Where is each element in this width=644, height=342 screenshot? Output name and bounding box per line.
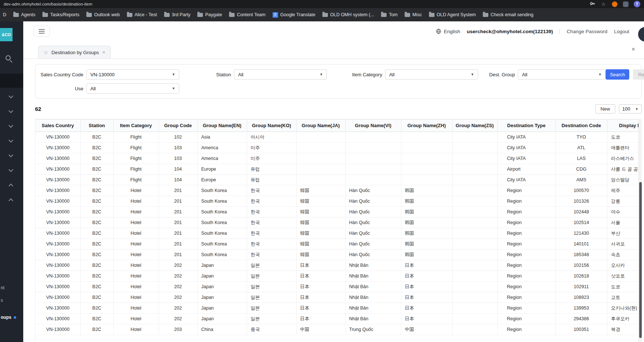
- sidebar-item-destination-groups[interactable]: oups: [1, 315, 16, 320]
- sidebar-item-label: s: [1, 298, 3, 303]
- table-cell: B2C: [80, 260, 113, 271]
- table-cell: 201: [159, 196, 197, 207]
- table-row[interactable]: VN-130000B2CFlight103America미주City IATAL…: [35, 153, 642, 164]
- chevron-down-icon[interactable]: [8, 138, 13, 143]
- table-row[interactable]: VN-130000B2CHotel201South Korea한국韓国Hàn Q…: [35, 217, 642, 228]
- scrollbar-thumb[interactable]: [639, 182, 642, 338]
- bookmark-item[interactable]: Content Team: [229, 12, 266, 17]
- table-row[interactable]: VN-130000B2CHotel201South Korea한국韓国Hàn Q…: [35, 207, 642, 217]
- chevron-down-icon[interactable]: [8, 94, 13, 98]
- select-value: All: [389, 72, 394, 77]
- table-row[interactable]: VN-130000B2CFlight103America미주City IATAA…: [35, 143, 642, 153]
- close-all-tabs-icon[interactable]: ×: [631, 46, 635, 53]
- bookmark-star-icon[interactable]: ☆: [600, 1, 606, 7]
- sidebar-item-truncated[interactable]: s: [1, 298, 3, 303]
- language-switcher[interactable]: English: [436, 28, 460, 34]
- page-size-value: 100: [622, 106, 630, 112]
- table-cell: 202: [159, 314, 197, 324]
- dest-group-select[interactable]: All ▼: [518, 69, 606, 80]
- table-cell: [452, 185, 497, 196]
- table-cell: [452, 292, 497, 303]
- search-button[interactable]: Search: [606, 69, 629, 80]
- address-bar[interactable]: dev-adm.ohmyhotel.com/basis/destination-…: [4, 2, 92, 6]
- table-cell: Region: [497, 228, 555, 239]
- bookmark-item[interactable]: Outlook web: [86, 12, 120, 17]
- table-scrollbar[interactable]: [638, 119, 642, 342]
- tab-close-icon[interactable]: ×: [102, 49, 105, 55]
- table-cell: City IATA: [497, 143, 555, 153]
- table-row[interactable]: VN-130000B2CHotel201South Korea한국韓国Hàn Q…: [35, 196, 642, 207]
- table-row[interactable]: VN-130000B2CHotel201South Korea한국韓国Hàn Q…: [35, 249, 642, 260]
- key-icon[interactable]: [589, 1, 595, 7]
- table-cell: 102448: [555, 207, 607, 217]
- bookmark-item[interactable]: D: [3, 12, 6, 17]
- item-category-select[interactable]: All ▼: [385, 69, 478, 80]
- bookmark-item[interactable]: Alice - Test: [127, 12, 157, 17]
- bookmark-item[interactable]: Tom: [381, 12, 398, 17]
- divider: [560, 29, 560, 34]
- filter-label: Item Category: [352, 72, 382, 77]
- bookmark-item[interactable]: Agents: [13, 12, 35, 17]
- bookmark-item[interactable]: OLD Agent System: [429, 12, 476, 17]
- table-cell: Flight: [113, 175, 159, 185]
- chevron-down-icon[interactable]: [8, 167, 13, 172]
- table-cell: Flight: [113, 132, 159, 143]
- station-select[interactable]: All ▼: [234, 69, 327, 80]
- table-cell: 韩国: [401, 239, 452, 249]
- use-select[interactable]: All ▼: [86, 83, 179, 94]
- table-row[interactable]: VN-130000B2CHotel202Japan일본日本Nhật Bản日本R…: [35, 282, 642, 292]
- table-cell: Region: [497, 249, 555, 260]
- table-cell: B2C: [80, 153, 113, 164]
- search-icon[interactable]: [6, 55, 11, 60]
- chevron-down-icon[interactable]: [8, 108, 13, 113]
- chevron-down-icon[interactable]: [8, 123, 13, 128]
- table-row[interactable]: VN-130000B2CHotel201South Korea한국韓国Hàn Q…: [35, 239, 642, 249]
- extension-icon[interactable]: [623, 1, 629, 7]
- table-cell: B2C: [80, 239, 113, 249]
- profile-avatar[interactable]: T: [634, 1, 640, 7]
- bookmark-item[interactable]: Paygate: [197, 12, 222, 17]
- table-cell: Hotel: [113, 282, 159, 292]
- table-row[interactable]: VN-130000B2CFlight104Europe유럽City IATAAM…: [35, 175, 642, 185]
- bookmark-item[interactable]: 3rd Party: [164, 12, 191, 17]
- sidebar-item-truncated[interactable]: nt: [1, 285, 4, 290]
- table-row[interactable]: VN-130000B2CHotel201South Korea한국韓国Hàn Q…: [35, 185, 642, 196]
- table-row[interactable]: VN-130000B2CHotel202Japan일본日本Nhật Bản日本R…: [35, 314, 642, 324]
- table-cell: Hàn Quốc: [345, 228, 401, 239]
- table-cell: 102514: [555, 217, 607, 228]
- bookmark-item[interactable]: OLD OMH system (...: [322, 12, 374, 17]
- table-header-row: Sales CountryStationItem CategoryGroup C…: [35, 119, 642, 132]
- page-size-select[interactable]: 100 ▼: [619, 104, 642, 114]
- table-row[interactable]: VN-130000B2CHotel202Japan일본日本Nhật Bản日本R…: [35, 303, 642, 314]
- bookmark-item[interactable]: Check email sending: [483, 12, 533, 17]
- bookmark-item[interactable]: Tasks/Reports: [42, 12, 79, 17]
- table-row[interactable]: VN-130000B2CFlight102Asia아시아City IATATYO…: [35, 132, 642, 143]
- favorite-star-icon[interactable]: ☆: [44, 49, 48, 55]
- sales-country-code-select[interactable]: VN-130000 ▼: [86, 69, 179, 80]
- bookmark-item[interactable]: 文Google Translate: [273, 12, 315, 18]
- logout-link[interactable]: Logout: [614, 29, 629, 34]
- menu-toggle-button[interactable]: [34, 26, 50, 37]
- table-cell: 201: [159, 249, 197, 260]
- table-row[interactable]: VN-130000B2CHotel203China중국中国Trung Quốc中…: [35, 324, 642, 335]
- table-row[interactable]: VN-130000B2CFlight104Europe유럽AirportCDG샤…: [35, 164, 642, 175]
- new-button[interactable]: New: [595, 104, 615, 114]
- table-cell: Hàn Quốc: [345, 196, 401, 207]
- tab-destination-by-groups[interactable]: ☆ Destination by Groups ×: [38, 46, 111, 59]
- floating-widget-button[interactable]: [638, 27, 644, 42]
- chevron-down-icon[interactable]: [8, 153, 13, 157]
- sidebar-active-band[interactable]: [0, 74, 23, 88]
- table-row[interactable]: VN-130000B2CHotel202Japan일본日本Nhật Bản日本R…: [35, 260, 642, 271]
- bookmark-item[interactable]: Misc: [405, 12, 422, 17]
- chevron-up-icon[interactable]: [8, 184, 13, 188]
- table-cell: South Korea: [197, 239, 247, 249]
- change-password-link[interactable]: Change Password: [567, 29, 607, 34]
- app-logo[interactable]: &CO: [0, 28, 13, 41]
- reset-button[interactable]: Reset: [633, 69, 644, 80]
- column-header: Group Name(ZH): [401, 119, 452, 132]
- table-row[interactable]: VN-130000B2CHotel201South Korea한국韓国Hàn Q…: [35, 228, 642, 239]
- chevron-up-icon[interactable]: [8, 198, 13, 203]
- table-row[interactable]: VN-130000B2CHotel202Japan일본日本Nhật Bản日本R…: [35, 292, 642, 303]
- table-row[interactable]: VN-130000B2CHotel202Japan일본日本Nhật Bản日本R…: [35, 271, 642, 282]
- extension-icon-orange[interactable]: [612, 1, 617, 7]
